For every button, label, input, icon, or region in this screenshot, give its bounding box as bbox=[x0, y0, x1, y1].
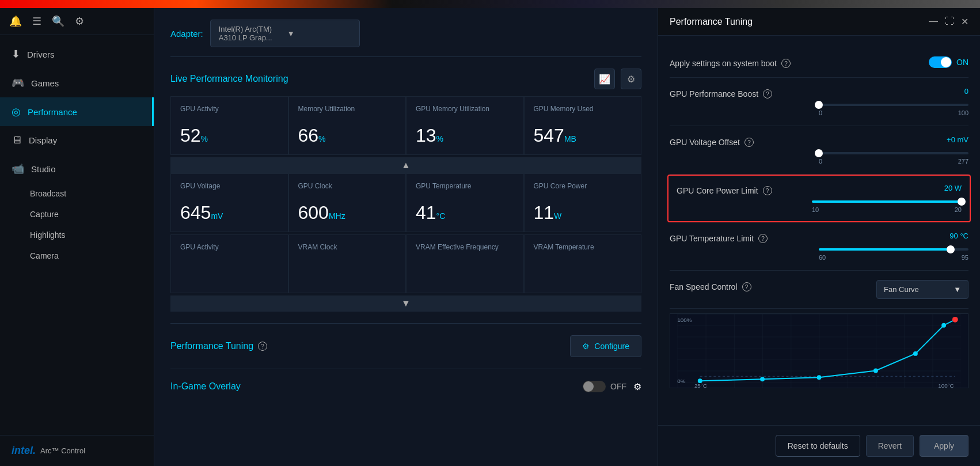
sidebar-item-capture[interactable]: Capture bbox=[0, 204, 154, 225]
perf-tuning-help-icon[interactable]: ? bbox=[258, 342, 267, 351]
minimize-icon[interactable]: — bbox=[929, 16, 938, 27]
core-power-fill bbox=[812, 200, 962, 203]
overlay-toggle-track[interactable] bbox=[583, 381, 606, 392]
metric-gpu-mem-util-value: 13% bbox=[416, 125, 514, 146]
voltage-offset-track[interactable] bbox=[819, 152, 968, 154]
gpu-boost-slider[interactable]: 0 100 bbox=[819, 100, 968, 116]
setting-voltage-offset: GPU Voltage Offset ? +0 mV 0 277 bbox=[670, 126, 968, 175]
gpu-boost-value: 0 bbox=[964, 87, 968, 96]
gpu-boost-track[interactable] bbox=[819, 104, 968, 106]
core-power-track[interactable] bbox=[812, 200, 962, 203]
sidebar-item-drivers-label: Drivers bbox=[27, 50, 55, 59]
top-banner bbox=[0, 0, 980, 8]
fan-curve-chart[interactable]: 100% 0% 25°C 100°C bbox=[670, 313, 968, 388]
fan-speed-dropdown[interactable]: Fan Curve ▼ bbox=[876, 280, 968, 299]
sidebar-item-broadcast[interactable]: Broadcast bbox=[0, 183, 154, 204]
sidebar-item-studio-label: Studio bbox=[31, 164, 56, 174]
fan-curve-point-4[interactable] bbox=[873, 369, 878, 373]
gpu-boost-thumb[interactable] bbox=[815, 101, 823, 109]
metrics-expand-btn[interactable]: ▼ bbox=[170, 295, 641, 312]
fan-speed-help-icon[interactable]: ? bbox=[742, 282, 751, 291]
temp-limit-range: 60 95 bbox=[819, 254, 968, 261]
menu-icon[interactable]: ☰ bbox=[32, 15, 41, 28]
overlay-toggle[interactable]: OFF bbox=[583, 381, 626, 392]
reset-defaults-button[interactable]: Reset to defaults bbox=[776, 435, 860, 457]
core-power-help-icon[interactable]: ? bbox=[763, 186, 772, 195]
system-boot-toggle[interactable]: ON bbox=[929, 56, 968, 68]
core-power-thumb[interactable] bbox=[958, 198, 966, 206]
sidebar-item-games[interactable]: 🎮 Games bbox=[0, 69, 154, 97]
voltage-offset-range: 0 277 bbox=[819, 158, 968, 165]
fan-curve-point-5[interactable] bbox=[913, 351, 918, 356]
temp-limit-thumb[interactable] bbox=[947, 245, 955, 253]
metric-gpu-clock-value: 600MHz bbox=[298, 202, 397, 223]
sidebar-item-drivers[interactable]: ⬇ Drivers bbox=[0, 40, 154, 69]
fan-curve-point-2[interactable] bbox=[760, 377, 765, 381]
fan-curve-point-end[interactable] bbox=[952, 317, 958, 323]
sidebar-item-camera[interactable]: Camera bbox=[0, 245, 154, 266]
right-panel-footer: Reset to defaults Revert Apply bbox=[658, 425, 980, 466]
metrics-collapse-btn-1[interactable]: ▲ bbox=[170, 157, 641, 173]
settings-icon[interactable]: ⚙ bbox=[75, 15, 84, 28]
chevron-up-icon: ▲ bbox=[401, 160, 411, 171]
metric-gpu-core-power: GPU Core Power 11W bbox=[525, 174, 641, 232]
fan-curve-point-3[interactable] bbox=[817, 375, 822, 380]
metric-gpu-clock: GPU Clock 600MHz bbox=[289, 174, 406, 232]
lpm-chart-icon[interactable]: 📈 bbox=[594, 69, 615, 89]
apply-button[interactable]: Apply bbox=[920, 435, 968, 457]
configure-button[interactable]: ⚙ Configure bbox=[570, 335, 641, 357]
voltage-offset-thumb[interactable] bbox=[815, 149, 823, 157]
overlay-row: In-Game Overlay OFF ⚙ bbox=[170, 381, 641, 392]
search-icon[interactable]: 🔍 bbox=[52, 15, 64, 28]
temp-limit-track[interactable] bbox=[819, 248, 968, 251]
voltage-offset-control: +0 mV 0 277 bbox=[819, 135, 968, 165]
gpu-boost-control: 0 0 100 bbox=[819, 87, 968, 116]
voltage-offset-slider[interactable]: 0 277 bbox=[819, 149, 968, 165]
temp-limit-help-icon[interactable]: ? bbox=[758, 234, 768, 243]
metric-gpu-clock-label: GPU Clock bbox=[298, 182, 397, 191]
voltage-offset-value: +0 mV bbox=[947, 135, 968, 144]
system-boot-toggle-thumb bbox=[941, 57, 951, 67]
system-boot-toggle-track[interactable] bbox=[929, 56, 952, 68]
metric-gpu-mem-used-label: GPU Memory Used bbox=[534, 105, 632, 114]
close-icon[interactable]: ✕ bbox=[961, 16, 968, 27]
metric-gpu-activity: GPU Activity 52% bbox=[171, 97, 288, 154]
adapter-dropdown[interactable]: Intel(R) Arc(TM) A310 LP Grap... ▼ bbox=[210, 20, 360, 47]
metric-gpu-core-power-value: 11W bbox=[534, 202, 632, 223]
metric-gpu-temp-label: GPU Temperature bbox=[416, 182, 514, 191]
lpm-settings-icon[interactable]: ⚙ bbox=[621, 69, 641, 89]
gpu-boost-label: GPU Performance Boost ? bbox=[670, 87, 772, 98]
system-boot-toggle-label: ON bbox=[956, 58, 968, 67]
right-panel-body: Apply settings on system boot ? ON GPU P… bbox=[658, 36, 980, 425]
lpm-title: Live Performance Monitoring bbox=[170, 74, 288, 84]
setting-gpu-boost: GPU Performance Boost ? 0 0 100 bbox=[670, 78, 968, 126]
overlay-settings-icon[interactable]: ⚙ bbox=[633, 381, 641, 392]
metric-vram-activity-label: GPU Activity bbox=[180, 243, 279, 252]
metric-gpu-mem-util: GPU Memory Utilization 13% bbox=[407, 97, 523, 154]
gpu-boost-range: 0 100 bbox=[819, 109, 968, 116]
fan-chart-y-top: 100% bbox=[677, 317, 692, 323]
metric-memory-util: Memory Utilization 66% bbox=[289, 97, 406, 154]
metric-memory-util-label: Memory Utilization bbox=[298, 105, 397, 114]
temp-limit-slider[interactable]: 60 95 bbox=[819, 245, 968, 261]
right-panel: Performance Tuning — ⛶ ✕ Apply settings … bbox=[658, 8, 980, 466]
voltage-offset-help-icon[interactable]: ? bbox=[745, 138, 754, 147]
sidebar-item-highlights[interactable]: Highlights bbox=[0, 225, 154, 245]
divider-1 bbox=[170, 323, 641, 324]
sidebar-item-studio[interactable]: 📹 Studio bbox=[0, 154, 154, 183]
core-power-value: 20 W bbox=[944, 184, 962, 192]
performance-icon: ◎ bbox=[12, 105, 21, 118]
adapter-label: Adapter: bbox=[170, 29, 203, 39]
revert-button[interactable]: Revert bbox=[866, 435, 914, 457]
fan-speed-dropdown-value: Fan Curve bbox=[884, 285, 919, 294]
fan-curve-point-6[interactable] bbox=[941, 323, 946, 328]
overlay-label: In-Game Overlay bbox=[170, 381, 241, 392]
sidebar-item-performance[interactable]: ◎ Performance bbox=[0, 97, 154, 126]
gpu-boost-help-icon[interactable]: ? bbox=[763, 89, 772, 98]
notification-icon[interactable]: 🔔 bbox=[9, 15, 22, 28]
sidebar-item-display[interactable]: 🖥 Display bbox=[0, 126, 154, 154]
system-boot-help-icon[interactable]: ? bbox=[781, 59, 791, 68]
core-power-slider[interactable]: 10 20 bbox=[812, 197, 962, 213]
maximize-icon[interactable]: ⛶ bbox=[945, 16, 954, 27]
right-panel-window-controls: — ⛶ ✕ bbox=[929, 16, 968, 27]
